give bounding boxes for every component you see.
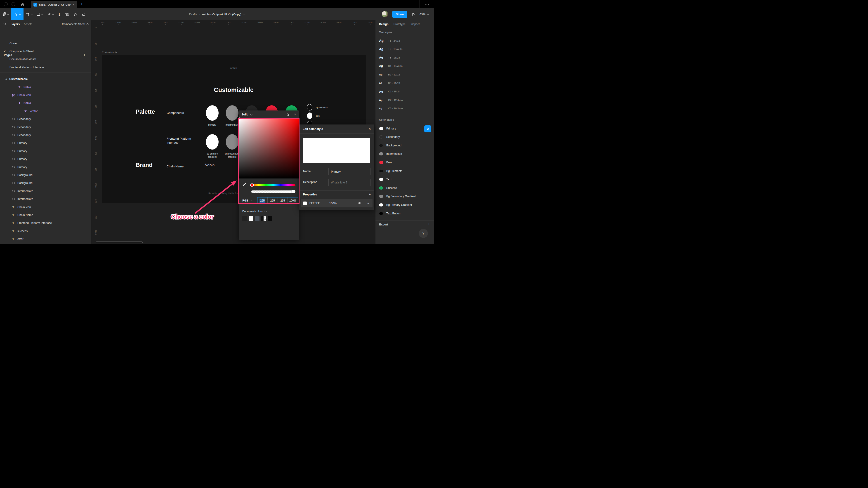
- document-color-swatch[interactable]: [255, 216, 259, 221]
- file-tab[interactable]: nabla - Outpost UI Kit (Copy) ×: [31, 1, 77, 8]
- remove-property-icon[interactable]: −: [367, 201, 369, 205]
- fill-type-selector[interactable]: Solid: [241, 113, 248, 116]
- horizontal-scrollbar[interactable]: [96, 241, 143, 243]
- blue-field[interactable]: 255: [278, 197, 288, 203]
- document-color-swatch[interactable]: [261, 216, 266, 221]
- alpha-slider-handle[interactable]: [291, 190, 295, 193]
- layer-row[interactable]: Primary: [0, 155, 91, 163]
- text-style-row[interactable]: Ag B2 · 12/16: [375, 70, 434, 78]
- tab-design[interactable]: Design: [379, 23, 389, 26]
- description-input[interactable]: [329, 179, 370, 186]
- text-style-row[interactable]: Ag C1 · 15/24: [375, 88, 434, 96]
- text-style-row[interactable]: Ag C3 · 10/Auto: [375, 104, 434, 113]
- breadcrumb-file-name[interactable]: nabla - Outpost UI Kit (Copy): [202, 13, 241, 16]
- visibility-eye-icon[interactable]: [358, 201, 362, 205]
- text-style-row[interactable]: Ag T2 · 18/Auto: [375, 45, 434, 53]
- blend-mode-icon[interactable]: [286, 113, 289, 116]
- layer-row[interactable]: Intermediate: [0, 187, 91, 195]
- document-color-swatch[interactable]: [242, 216, 247, 221]
- help-button[interactable]: ?: [419, 229, 428, 238]
- color-model-selector[interactable]: RGB: [242, 199, 251, 202]
- green-field[interactable]: 255: [268, 197, 278, 203]
- page-row[interactable]: Frontend Platform Interface: [0, 63, 91, 71]
- new-tab-button[interactable]: +: [81, 0, 83, 8]
- layer-row[interactable]: Secondary: [0, 115, 91, 123]
- color-style-row[interactable]: Secondary: [375, 133, 434, 141]
- red-field[interactable]: 255: [257, 197, 268, 203]
- document-color-swatch[interactable]: [268, 216, 272, 221]
- layer-row[interactable]: success: [0, 227, 91, 235]
- layer-row[interactable]: Primary: [0, 147, 91, 155]
- main-menu-button[interactable]: [0, 8, 11, 20]
- layer-row[interactable]: Chain Icon: [0, 91, 91, 99]
- tab-assets[interactable]: Assets: [24, 23, 32, 26]
- hue-slider[interactable]: [251, 184, 296, 186]
- color-style-row[interactable]: Background: [375, 141, 434, 150]
- color-style-row[interactable]: Intermediate: [375, 150, 434, 158]
- layer-row[interactable]: Primary: [0, 139, 91, 147]
- chevron-down-icon[interactable]: [243, 13, 246, 15]
- close-icon[interactable]: ×: [369, 127, 371, 131]
- color-style-row[interactable]: Error: [375, 158, 434, 166]
- color-style-row[interactable]: Text Button: [375, 209, 434, 218]
- alpha-field[interactable]: 100%: [288, 197, 298, 203]
- tab-close-icon[interactable]: ×: [73, 3, 74, 6]
- home-icon[interactable]: [20, 2, 25, 6]
- page-row[interactable]: Cover: [0, 39, 91, 47]
- avatar[interactable]: [382, 11, 388, 18]
- text-style-row[interactable]: Ag B3 · 11/13: [375, 79, 434, 87]
- comment-tool-button[interactable]: [80, 8, 88, 20]
- color-field-handle[interactable]: [238, 118, 241, 121]
- name-input[interactable]: [329, 168, 370, 175]
- pen-tool-button[interactable]: [45, 8, 56, 20]
- text-style-row[interactable]: Ag T3 · 16/24: [375, 53, 434, 62]
- alpha-slider[interactable]: [251, 191, 296, 193]
- layer-row[interactable]: Vector: [0, 107, 91, 115]
- layer-row[interactable]: Primary: [0, 163, 91, 171]
- resources-tool-button[interactable]: [63, 8, 71, 20]
- layer-row[interactable]: Secondary: [0, 131, 91, 139]
- color-style-row[interactable]: Bg Primary Gradient: [375, 201, 434, 209]
- color-style-row[interactable]: Bg Elements: [375, 167, 434, 175]
- hex-value[interactable]: FFFFFF: [309, 202, 320, 205]
- search-icon[interactable]: [3, 22, 6, 26]
- text-tool-button[interactable]: T: [56, 8, 63, 20]
- zoom-control[interactable]: 63%: [420, 13, 429, 16]
- document-colors-toggle[interactable]: Document colors: [242, 210, 266, 213]
- layer-row[interactable]: Chain Icon: [0, 203, 91, 211]
- page-row[interactable]: ✓ Components Sheet: [0, 47, 91, 55]
- page-row[interactable]: Documentation Asset: [0, 55, 91, 63]
- layer-row[interactable]: Background: [0, 171, 91, 179]
- layer-row[interactable]: Background: [0, 179, 91, 187]
- layer-row[interactable]: Chain Name: [0, 211, 91, 219]
- frame-tool-button[interactable]: [24, 8, 34, 20]
- text-style-row[interactable]: Ag T1 · 24/32: [375, 36, 434, 45]
- move-tool-button[interactable]: [11, 8, 24, 20]
- saturation-value-field[interactable]: [239, 119, 299, 178]
- layer-row[interactable]: Frontend Platform Interface: [0, 219, 91, 227]
- browser-menu-icon[interactable]: [420, 0, 434, 8]
- color-style-row[interactable]: Success: [375, 184, 434, 192]
- eyedropper-icon[interactable]: [242, 182, 246, 186]
- window-button-1[interactable]: [4, 2, 8, 6]
- chevron-down-icon[interactable]: [250, 113, 252, 116]
- hand-tool-button[interactable]: [71, 8, 80, 20]
- gradient-swatch[interactable]: bg primary gradient: [202, 134, 222, 158]
- layer-row[interactable]: Secondary: [0, 123, 91, 131]
- layer-row[interactable]: Nabla: [0, 83, 91, 91]
- close-icon[interactable]: ×: [294, 112, 296, 117]
- add-export-button[interactable]: +: [428, 222, 430, 226]
- share-button[interactable]: Share: [392, 11, 407, 18]
- property-row[interactable]: FFFFFF 100% −: [301, 199, 373, 207]
- opacity-value[interactable]: 100%: [329, 202, 337, 205]
- document-color-swatch[interactable]: [249, 216, 253, 221]
- tab-layers[interactable]: Layers: [11, 23, 20, 26]
- shape-tool-button[interactable]: [34, 8, 45, 20]
- color-style-row[interactable]: Text: [375, 175, 434, 184]
- layer-row[interactable]: Intermediate: [0, 195, 91, 203]
- add-property-button[interactable]: +: [369, 192, 371, 196]
- window-button-2[interactable]: [11, 2, 16, 6]
- text-style-row[interactable]: Ag B1 · 14/Auto: [375, 62, 434, 70]
- present-button[interactable]: [411, 12, 415, 16]
- page-selector[interactable]: Components Sheet: [62, 23, 89, 26]
